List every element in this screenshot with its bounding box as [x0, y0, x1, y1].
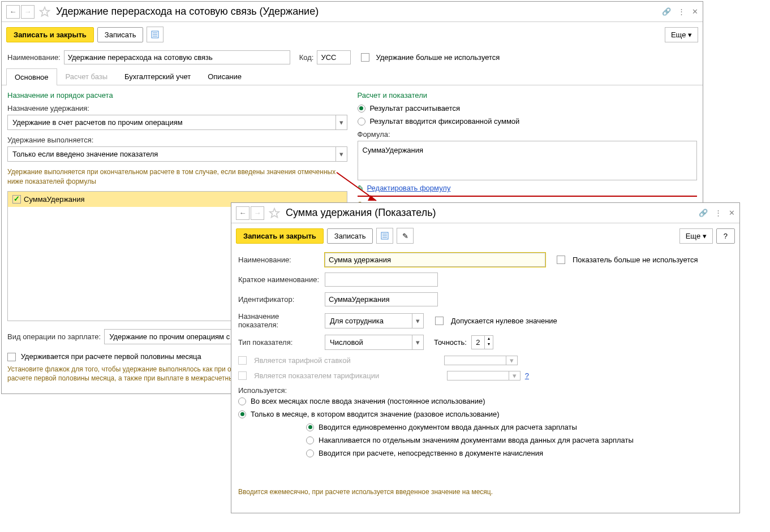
chevron-down-icon[interactable]: ▾ [412, 335, 423, 349]
save-close-button[interactable]: Записать и закрыть [236, 228, 324, 244]
radio-single-month[interactable]: Только в месяце, в котором вводится знач… [238, 410, 733, 418]
first-half-label: Удерживается при расчете первой половины… [21, 352, 201, 361]
list-icon-button[interactable] [147, 27, 164, 42]
save-button[interactable]: Записать [327, 228, 373, 244]
code-label: Код: [299, 53, 314, 62]
list-icon-button[interactable] [376, 228, 393, 244]
not-used-checkbox[interactable] [361, 53, 369, 62]
menu-icon[interactable]: ⋮ [678, 7, 685, 16]
precision-label: Точность: [434, 338, 467, 347]
tabs: Основное Расчет базы Бухгалтерский учет … [2, 68, 703, 85]
window-title: Удержание перерасхода на сотовую связь (… [56, 6, 662, 18]
radio-calculated[interactable]: Результат рассчитывается [358, 104, 698, 113]
window-title: Сумма удержания (Показатель) [286, 207, 699, 219]
star-icon[interactable] [39, 6, 50, 18]
id-label: Идентификатор: [238, 295, 320, 304]
chevron-down-icon[interactable]: ▾ [412, 314, 423, 328]
name-row: Наименование: Код: Удержание больше не и… [2, 47, 703, 68]
radio-fixed[interactable]: Результат вводится фиксированной суммой [358, 117, 698, 126]
item-checkbox[interactable] [12, 195, 21, 204]
indicator-window: ← → Сумма удержания (Показатель) 🔗 ⋮ ✕ З… [231, 202, 740, 513]
star-icon[interactable] [269, 207, 280, 219]
link-icon[interactable]: 🔗 [662, 7, 671, 16]
purpose-select[interactable]: Удержание в счет расчетов по прочим опер… [7, 115, 347, 130]
toolbar: Записать и закрыть Записать Еще ▾ [2, 22, 703, 47]
titlebar: ← → Сумма удержания (Показатель) 🔗 ⋮ ✕ [231, 203, 739, 223]
name-label: Наименование: [7, 53, 61, 62]
code-input[interactable] [317, 50, 351, 64]
not-used-checkbox[interactable] [557, 256, 565, 264]
tariff-indicator-checkbox [238, 371, 247, 380]
tariff-rate-select: ▾ [444, 356, 518, 365]
id-input[interactable] [325, 292, 438, 306]
performed-label: Удержание выполняется: [7, 136, 347, 144]
save-close-button[interactable]: Записать и закрыть [6, 27, 94, 42]
name-input[interactable] [64, 50, 290, 64]
tab-desc[interactable]: Описание [199, 68, 250, 85]
titlebar: ← → Удержание перерасхода на сотовую свя… [2, 2, 703, 22]
close-icon[interactable]: ✕ [729, 209, 735, 217]
edit-icon-button[interactable]: ✎ [397, 228, 414, 244]
purpose-label: Назначение удержания: [7, 104, 347, 113]
short-name-input[interactable] [325, 273, 438, 287]
pencil-icon: ✎ [358, 184, 364, 192]
not-used-label: Удержание больше не используется [376, 53, 500, 62]
type-label: Тип показателя: [238, 338, 320, 347]
tariff-indicator-label: Является показателем тарификации [254, 371, 379, 380]
radio-all-months[interactable]: Во всех месяцах после ввода значения (по… [238, 397, 733, 405]
tariff-rate-checkbox [238, 356, 247, 365]
tariff-rate-label: Является тарифной ставкой [254, 356, 351, 365]
formula-label: Формула: [358, 130, 698, 139]
tab-main[interactable]: Основное [6, 68, 57, 85]
allow-zero-label: Допускается нулевое значение [451, 317, 557, 325]
tab-base[interactable]: Расчет базы [57, 68, 117, 85]
not-used-label: Показатель больше не используется [573, 256, 698, 264]
short-name-label: Краткое наименование: [238, 275, 320, 284]
usage-label: Используется: [238, 386, 733, 395]
formula-box: СуммаУдержания [358, 141, 698, 180]
edit-formula-link[interactable]: Редактировать формулу [367, 184, 451, 192]
op-label: Вид операции по зарплате: [7, 332, 101, 341]
purpose-select[interactable]: Для сотрудника ▾ [325, 313, 424, 328]
menu-icon[interactable]: ⋮ [715, 209, 722, 217]
chevron-down-icon[interactable]: ▾ [335, 115, 347, 129]
red-underline [358, 196, 698, 197]
left-section-header: Назначение и порядок расчета [7, 91, 347, 100]
right-section-header: Расчет и показатели [358, 91, 698, 100]
tariff-indicator-select: ▾ [447, 371, 520, 380]
radio-once-document[interactable]: Вводится единовременно документом ввода … [306, 423, 733, 431]
radio-accumulate[interactable]: Накапливается по отдельным значениям док… [306, 436, 733, 444]
close-icon[interactable]: ✕ [692, 7, 698, 16]
tab-accounting[interactable]: Бухгалтерский учет [116, 68, 199, 85]
allow-zero-checkbox[interactable] [435, 317, 444, 325]
radio-at-calc[interactable]: Вводится при расчете, непосредственно в … [306, 449, 733, 457]
performed-select[interactable]: Только если введено значение показателя … [7, 146, 347, 162]
help-link[interactable]: ? [525, 371, 529, 380]
bottom-note: Вводится ежемесячно, при расчете использ… [238, 488, 493, 496]
save-button[interactable]: Записать [97, 27, 144, 42]
link-icon[interactable]: 🔗 [699, 209, 708, 217]
purpose-label: Назначение показателя: [238, 312, 320, 329]
chevron-down-icon[interactable]: ▾ [335, 147, 347, 161]
first-half-checkbox[interactable] [7, 353, 16, 361]
performed-note: Удержание выполняется при окончательном … [7, 167, 347, 187]
back-button[interactable]: ← [236, 206, 250, 220]
more-button[interactable]: Еще ▾ [679, 228, 713, 244]
name-label: Наименование: [238, 256, 320, 264]
type-select[interactable]: Числовой ▾ [325, 335, 424, 350]
name-input[interactable] [325, 253, 545, 267]
forward-button[interactable]: → [21, 5, 35, 19]
toolbar: Записать и закрыть Записать ✎ Еще ▾ ? [231, 223, 739, 248]
precision-spinner[interactable]: ▴▾ [471, 335, 493, 349]
forward-button[interactable]: → [251, 206, 264, 220]
more-button[interactable]: Еще ▾ [665, 27, 698, 42]
form-fields: Наименование: Показатель больше не испол… [231, 248, 739, 466]
help-button[interactable]: ? [716, 228, 735, 244]
back-button[interactable]: ← [6, 5, 20, 19]
